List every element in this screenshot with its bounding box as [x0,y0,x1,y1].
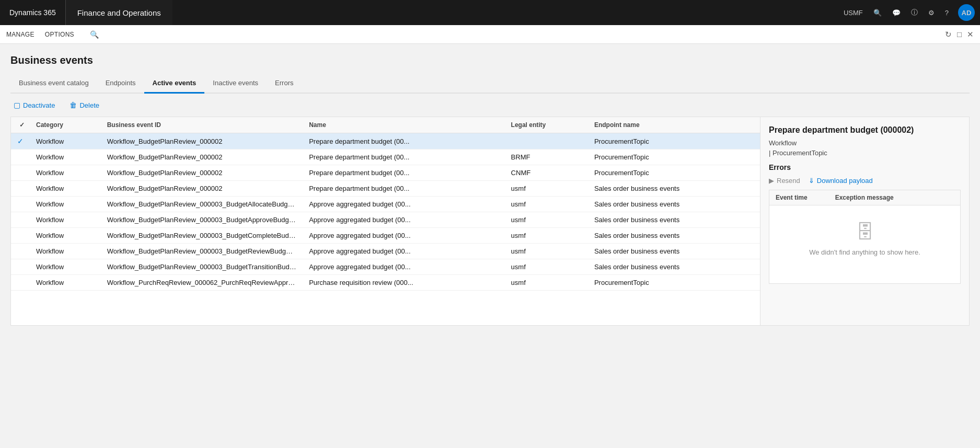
row-check: ✓ [11,133,30,150]
row-check [11,275,30,291]
row-check [11,212,30,228]
row-legal-entity: usmf [505,275,588,291]
row-check [11,228,30,244]
col-endpoint-name: Endpoint name [588,117,760,133]
events-table: ✓ Category Business event ID Name Legal … [10,117,760,326]
row-name: Prepare department budget (00... [303,133,504,150]
table-row[interactable]: WorkflowWorkflow_PurchReqReview_000062_P… [11,275,760,291]
row-endpoint: Sales order business events [588,197,760,212]
table-row[interactable]: WorkflowWorkflow_BudgetPlanReview_000002… [11,150,760,165]
resend-button[interactable]: ▶ Resend [769,177,800,185]
row-legal-entity: usmf [505,244,588,259]
brand-area: Dynamics 365 Finance and Operations [0,0,172,25]
nav-search-icon[interactable]: 🔍 [90,30,99,39]
row-check [11,165,30,181]
table-row[interactable]: WorkflowWorkflow_BudgetPlanReview_000003… [11,212,760,228]
top-nav-right: USMF 🔍 💬 ⓘ ⚙ ? AD [839,4,980,21]
table-row[interactable]: WorkflowWorkflow_BudgetPlanReview_000003… [11,197,760,212]
row-category: Workflow [30,165,101,181]
download-payload-button[interactable]: ⇓ Download payload [809,177,873,185]
row-name: Approve aggregated budget (00... [303,259,504,275]
row-category: Workflow [30,150,101,165]
row-check [11,259,30,275]
errors-table-header: Event time Exception message [769,190,960,205]
table-row[interactable]: WorkflowWorkflow_BudgetPlanReview_000002… [11,165,760,181]
settings-icon[interactable]: ⚙ [924,9,939,17]
tab-business-event-catalog[interactable]: Business event catalog [10,75,97,94]
row-event-id: Workflow_BudgetPlanReview_000002 [101,133,303,150]
table-row[interactable]: WorkflowWorkflow_BudgetPlanReview_000002… [11,181,760,197]
row-event-id: Workflow_BudgetPlanReview_000003_BudgetT… [101,259,303,275]
options-menu[interactable]: OPTIONS [45,31,74,38]
row-event-id: Workflow_BudgetPlanReview_000003_BudgetR… [101,244,303,259]
row-legal-entity: CNMF [505,165,588,181]
row-endpoint: Sales order business events [588,181,760,197]
row-category: Workflow [30,244,101,259]
row-endpoint: ProcurementTopic [588,133,760,150]
user-label: USMF [839,9,867,17]
window-controls: ↻ □ ✕ [945,30,974,39]
main-content: Business events Business event catalog E… [0,44,980,448]
table-row[interactable]: WorkflowWorkflow_BudgetPlanReview_000003… [11,228,760,244]
table-row[interactable]: ✓WorkflowWorkflow_BudgetPlanReview_00000… [11,133,760,150]
chat-icon[interactable]: 💬 [888,9,905,17]
row-category: Workflow [30,259,101,275]
refresh-icon[interactable]: ↻ [945,30,952,39]
row-name: Prepare department budget (00... [303,165,504,181]
row-check [11,197,30,212]
row-legal-entity: usmf [505,197,588,212]
manage-menu[interactable]: MANAGE [6,31,34,38]
row-legal-entity: usmf [505,212,588,228]
row-check [11,244,30,259]
restore-icon[interactable]: □ [957,30,962,39]
row-endpoint: Sales order business events [588,259,760,275]
finance-ops-label: Finance and Operations [66,0,172,25]
empty-icon: 🗄 [856,221,874,243]
row-legal-entity: usmf [505,259,588,275]
col-legal-entity: Legal entity [505,117,588,133]
row-name: Purchase requisition review (000... [303,275,504,291]
col-check: ✓ [11,117,30,133]
table-row[interactable]: WorkflowWorkflow_BudgetPlanReview_000003… [11,244,760,259]
tab-active-events[interactable]: Active events [144,75,205,94]
row-event-id: Workflow_PurchReqReview_000062_PurchReqR… [101,275,303,291]
row-category: Workflow [30,197,101,212]
detail-panel: Prepare department budget (000002) Workf… [760,117,970,326]
help-icon[interactable]: ⓘ [907,8,922,17]
row-event-id: Workflow_BudgetPlanReview_000003_BudgetA… [101,197,303,212]
check-mark: ✓ [17,137,24,145]
col-category: Category [30,117,101,133]
table-row[interactable]: WorkflowWorkflow_BudgetPlanReview_000003… [11,259,760,275]
row-legal-entity: BRMF [505,150,588,165]
col-event-time-header: Event time [776,194,835,201]
close-icon[interactable]: ✕ [967,30,974,39]
user-avatar[interactable]: AD [958,4,975,21]
row-check [11,181,30,197]
tab-inactive-events[interactable]: Inactive events [204,75,267,94]
row-event-id: Workflow_BudgetPlanReview_000002 [101,181,303,197]
row-endpoint: Sales order business events [588,244,760,259]
delete-button[interactable]: 🗑 Delete [66,99,102,111]
row-endpoint: ProcurementTopic [588,150,760,165]
row-name: Approve aggregated budget (00... [303,212,504,228]
row-name: Approve aggregated budget (00... [303,228,504,244]
detail-actions: ▶ Resend ⇓ Download payload [769,177,961,185]
row-endpoint: ProcurementTopic [588,165,760,181]
row-category: Workflow [30,228,101,244]
question-icon[interactable]: ? [941,9,953,17]
deactivate-icon: ▢ [14,101,20,109]
tab-errors[interactable]: Errors [267,75,302,94]
tab-endpoints[interactable]: Endpoints [97,75,144,94]
row-name: Approve aggregated budget (00... [303,244,504,259]
deactivate-button[interactable]: ▢ Deactivate [10,99,58,111]
dynamics365-label: Dynamics 365 [9,8,56,17]
search-icon[interactable]: 🔍 [869,9,886,17]
row-legal-entity: usmf [505,228,588,244]
top-navigation: Dynamics 365 Finance and Operations USMF… [0,0,980,25]
empty-state: 🗄 We didn't find anything to show here. [769,205,960,272]
row-event-id: Workflow_BudgetPlanReview_000003_BudgetC… [101,228,303,244]
row-category: Workflow [30,181,101,197]
dynamics365-logo[interactable]: Dynamics 365 [0,0,66,25]
resend-icon: ▶ [769,177,774,185]
delete-icon: 🗑 [70,101,77,109]
